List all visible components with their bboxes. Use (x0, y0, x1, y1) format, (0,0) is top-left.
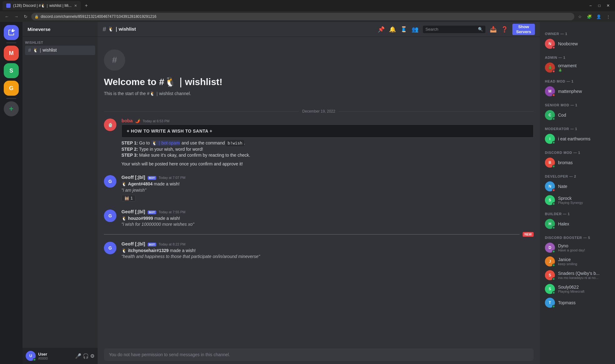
inbox-icon[interactable]: 📥 (490, 26, 497, 33)
member-activity: Playing Synergy (558, 201, 610, 205)
status-indicator (552, 46, 555, 49)
username[interactable]: boba (121, 118, 133, 123)
reaction-1[interactable]: 🕍 1 (121, 195, 136, 201)
member-earthworms[interactable]: i i eat earthworms (542, 132, 612, 146)
quote-2: "i am jewish" (121, 187, 534, 194)
avatar-geoff-3[interactable]: G (104, 210, 116, 222)
window-controls: – □ ✕ (586, 1, 612, 10)
members-icon[interactable]: 👥 (412, 26, 418, 33)
member-info-mattenphew: mattenphew (558, 89, 610, 94)
close-button[interactable]: ✕ (604, 1, 612, 10)
message-header-3: Geoff [;|bl] BOT Today at 7:55 PM (121, 209, 534, 214)
member-avatar-ornament: 🎄 (545, 63, 555, 73)
minimize-button[interactable]: – (586, 1, 595, 10)
server-icon-1[interactable]: M (4, 46, 19, 61)
input-placeholder-text: You do not have permission to send messa… (109, 352, 230, 357)
member-halex[interactable]: H Halex (542, 217, 612, 231)
menu-icon[interactable]: ⋮ (604, 13, 612, 20)
member-topmass[interactable]: T Topmass (542, 296, 612, 310)
username-geoff-3[interactable]: Geoff [;|bl] (121, 209, 145, 214)
member-activity: 🎄 (558, 68, 610, 72)
member-mattenphew[interactable]: M mattenphew (542, 84, 612, 98)
active-channel-item[interactable]: # 🐧｜wishlist (25, 46, 95, 55)
member-nate[interactable]: N Nate (542, 179, 612, 193)
member-avatar-topmass: T (545, 298, 555, 308)
add-server-button[interactable]: + (4, 101, 19, 116)
member-info-dyno: Dyno Have a good day! (558, 243, 610, 252)
status-indicator (552, 305, 555, 308)
member-info-sprock: Sprock Playing Synergy (558, 196, 610, 205)
member-info-souly: Souly0622 Playing Minecraft (558, 285, 610, 293)
member-ornament[interactable]: 🎄 ornament 🎄 (542, 61, 612, 74)
avatar-geoff[interactable]: G (104, 175, 116, 188)
avatar-geoff-4[interactable]: G (104, 242, 116, 254)
member-name: bromas (558, 160, 610, 165)
member-info-ornament: ornament 🎄 (558, 63, 610, 72)
discord-home-button[interactable] (4, 25, 19, 40)
member-sprock[interactable]: S Sprock Playing Synergy (542, 193, 612, 207)
member-activity: Have a good day! (558, 248, 610, 252)
member-activity: keep smiling (558, 262, 610, 266)
new-tab-button[interactable]: + (82, 1, 91, 10)
tab-close-button[interactable]: ✕ (74, 4, 77, 8)
username-geoff-4[interactable]: Geoff [;|bl] (121, 241, 145, 246)
deafen-icon[interactable]: 🎧 (83, 353, 89, 359)
server-separator-2 (6, 98, 16, 99)
member-avatar-janice: J (545, 256, 555, 266)
bookmark-icon[interactable]: ☆ (576, 13, 584, 20)
help-icon[interactable]: ❓ (501, 26, 508, 33)
forward-button[interactable]: → (13, 13, 20, 20)
back-button[interactable]: ← (3, 13, 11, 20)
refresh-button[interactable]: ↻ (22, 13, 29, 20)
extensions-icon[interactable]: 🧩 (586, 13, 593, 20)
browser-tab[interactable]: (128) Discord | #🐧｜wishlist | Mi... ✕ (3, 1, 81, 10)
discord-app: M S G + Mineverse Wishlist # 🐧｜wishlist … (0, 22, 615, 364)
pinned-messages-icon[interactable]: 📌 (378, 26, 385, 33)
search-bar[interactable]: Search 🔍 (423, 26, 485, 33)
channel-hash-icon: # (28, 48, 31, 53)
show-servers-label: ShowServers (516, 24, 531, 34)
member-list: OWNER — 1 N Noobcrew ADMIN — 1 🎄 ornamen… (540, 22, 615, 364)
server-name-header[interactable]: Mineverse (23, 22, 98, 37)
status-indicator (552, 250, 555, 253)
member-avatar-nate: N (545, 181, 555, 191)
member-avatar-sprock: S (545, 195, 555, 205)
address-bar[interactable]: 🔒 discord.com/channels/85912132140046747… (31, 13, 574, 20)
notification-settings-icon[interactable]: 🔔 (389, 26, 396, 33)
messages-area[interactable]: # Welcome to #🐧｜wishlist! This is the st… (98, 37, 540, 345)
member-janice[interactable]: J Janice keep smiling (542, 255, 612, 268)
member-activity: ina mo karadayu ni ai no... (558, 276, 610, 280)
server-icon-2[interactable]: S (4, 63, 19, 78)
username-geoff[interactable]: Geoff [;|bl] (121, 174, 145, 180)
member-bromas[interactable]: B bromas (542, 156, 612, 169)
profile-icon[interactable]: 👤 (595, 13, 602, 20)
divider-line-left (104, 111, 299, 112)
timestamp-3: Today at 7:55 PM (159, 210, 186, 214)
server-list: M S G + (0, 22, 23, 364)
user-panel: U User #0000 🎤 🎧 ⚙ (23, 348, 98, 364)
channel-name-header: # 🐧｜wishlist (103, 26, 136, 33)
timestamp: Today at 6:53 PM (143, 119, 170, 123)
member-dyno[interactable]: D Dyno Have a good day! (542, 241, 612, 255)
new-messages-divider: NEW (98, 229, 540, 240)
member-souly[interactable]: S Souly0622 Playing Minecraft (542, 282, 612, 296)
message-content-3: Geoff [;|bl] BOT Today at 7:55 PM 🐧 houz… (121, 209, 534, 228)
avatar[interactable]: 🍵 (104, 119, 116, 131)
message-header-4: Geoff [;|bl] BOT Today at 8:22 PM (121, 241, 534, 246)
wish-banner-text: + HOW TO WRITE A WISH TO SANTA + (127, 129, 212, 134)
new-badge: NEW (523, 232, 534, 237)
threads-icon[interactable]: 🧵 (400, 26, 407, 33)
member-noobcrew[interactable]: N Noobcrew (542, 37, 612, 51)
member-name: Dyno (558, 243, 610, 248)
maximize-button[interactable]: □ (595, 1, 604, 10)
mute-icon[interactable]: 🎤 (75, 353, 81, 359)
settings-icon[interactable]: ⚙ (90, 353, 95, 359)
member-snaders[interactable]: S Snaders (Qwiby's b... ina mo karadayu … (542, 268, 612, 282)
message-input[interactable]: You do not have permission to send messa… (104, 348, 534, 361)
hash-symbol: # (112, 55, 117, 65)
search-icon: 🔍 (478, 27, 483, 32)
member-cod[interactable]: C Cod (542, 108, 612, 122)
category-booster: DISCORD BOOSTER — 5 (542, 231, 612, 241)
show-servers-button[interactable]: ShowServers (512, 24, 535, 35)
server-icon-3[interactable]: G (4, 81, 19, 96)
